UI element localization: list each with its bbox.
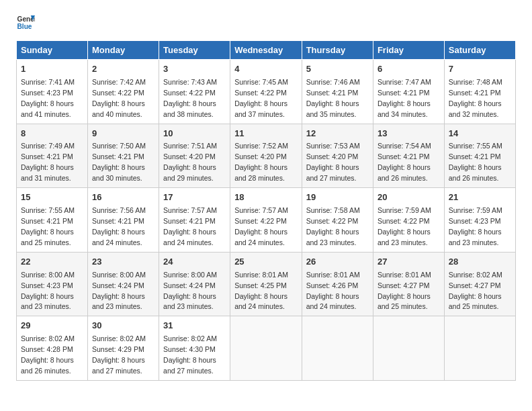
- calendar-cell: 1Sunrise: 7:41 AMSunset: 4:23 PMDaylight…: [17, 60, 88, 124]
- calendar-cell: 10Sunrise: 7:51 AMSunset: 4:20 PMDayligh…: [159, 124, 230, 188]
- day-info: Sunrise: 8:00 AMSunset: 4:24 PMDaylight:…: [92, 271, 146, 311]
- day-info: Sunrise: 8:01 AMSunset: 4:25 PMDaylight:…: [234, 271, 288, 311]
- day-number: 23: [92, 256, 154, 269]
- calendar-cell: [444, 316, 515, 381]
- day-number: 27: [378, 256, 440, 269]
- day-info: Sunrise: 7:58 AMSunset: 4:22 PMDaylight:…: [306, 206, 360, 246]
- calendar-cell: 31Sunrise: 8:02 AMSunset: 4:30 PMDayligh…: [159, 316, 230, 381]
- day-info: Sunrise: 8:01 AMSunset: 4:27 PMDaylight:…: [378, 271, 431, 311]
- calendar-cell: 27Sunrise: 8:01 AMSunset: 4:27 PMDayligh…: [373, 252, 444, 316]
- calendar-cell: 24Sunrise: 8:00 AMSunset: 4:24 PMDayligh…: [159, 252, 230, 316]
- day-number: 25: [234, 256, 298, 269]
- day-number: 2: [92, 63, 154, 76]
- day-number: 14: [449, 128, 511, 140]
- calendar-week-5: 29Sunrise: 8:02 AMSunset: 4:28 PMDayligh…: [17, 316, 516, 381]
- day-number: 8: [21, 128, 83, 140]
- day-number: 31: [163, 320, 226, 332]
- calendar-cell: 13Sunrise: 7:54 AMSunset: 4:21 PMDayligh…: [373, 124, 444, 188]
- day-number: 16: [92, 191, 154, 204]
- day-info: Sunrise: 7:59 AMSunset: 4:23 PMDaylight:…: [449, 206, 502, 246]
- day-info: Sunrise: 8:01 AMSunset: 4:26 PMDaylight:…: [306, 271, 360, 311]
- day-number: 4: [234, 63, 298, 76]
- day-number: 7: [449, 63, 511, 76]
- day-info: Sunrise: 7:45 AMSunset: 4:22 PMDaylight:…: [234, 78, 288, 118]
- day-info: Sunrise: 7:55 AMSunset: 4:21 PMDaylight:…: [21, 206, 75, 246]
- day-info: Sunrise: 7:41 AMSunset: 4:23 PMDaylight:…: [21, 78, 75, 118]
- calendar-cell: 4Sunrise: 7:45 AMSunset: 4:22 PMDaylight…: [230, 60, 302, 124]
- day-number: 30: [92, 320, 154, 332]
- calendar-cell: 3Sunrise: 7:43 AMSunset: 4:22 PMDaylight…: [159, 60, 230, 124]
- weekday-header-thursday: Thursday: [302, 41, 373, 60]
- calendar-cell: 29Sunrise: 8:02 AMSunset: 4:28 PMDayligh…: [17, 316, 88, 381]
- calendar-cell: 7Sunrise: 7:48 AMSunset: 4:21 PMDaylight…: [444, 60, 515, 124]
- day-info: Sunrise: 7:52 AMSunset: 4:20 PMDaylight:…: [234, 142, 288, 182]
- day-number: 24: [163, 256, 226, 269]
- day-info: Sunrise: 7:49 AMSunset: 4:21 PMDaylight:…: [21, 142, 75, 182]
- calendar-cell: 19Sunrise: 7:58 AMSunset: 4:22 PMDayligh…: [302, 188, 373, 253]
- day-number: 22: [21, 256, 83, 269]
- weekday-header-friday: Friday: [373, 41, 444, 60]
- day-number: 11: [234, 128, 298, 140]
- day-number: 19: [306, 191, 369, 204]
- calendar-cell: 15Sunrise: 7:55 AMSunset: 4:21 PMDayligh…: [17, 188, 88, 253]
- day-info: Sunrise: 8:00 AMSunset: 4:24 PMDaylight:…: [163, 271, 217, 311]
- day-number: 17: [163, 191, 226, 204]
- calendar-cell: 20Sunrise: 7:59 AMSunset: 4:22 PMDayligh…: [373, 188, 444, 253]
- calendar-table: SundayMondayTuesdayWednesdayThursdayFrid…: [16, 40, 516, 381]
- svg-text:Blue: Blue: [17, 23, 32, 30]
- day-number: 12: [306, 128, 369, 140]
- day-info: Sunrise: 7:47 AMSunset: 4:21 PMDaylight:…: [378, 78, 431, 118]
- calendar-cell: [302, 316, 373, 381]
- day-info: Sunrise: 8:00 AMSunset: 4:23 PMDaylight:…: [21, 271, 75, 311]
- calendar-cell: 11Sunrise: 7:52 AMSunset: 4:20 PMDayligh…: [230, 124, 302, 188]
- calendar-cell: 30Sunrise: 8:02 AMSunset: 4:29 PMDayligh…: [88, 316, 159, 381]
- day-info: Sunrise: 8:02 AMSunset: 4:28 PMDaylight:…: [21, 334, 75, 375]
- calendar-cell: 8Sunrise: 7:49 AMSunset: 4:21 PMDaylight…: [17, 124, 88, 188]
- day-number: 21: [449, 191, 511, 204]
- day-number: 5: [306, 63, 369, 76]
- weekday-header-sunday: Sunday: [17, 41, 88, 60]
- calendar-cell: 12Sunrise: 7:53 AMSunset: 4:20 PMDayligh…: [302, 124, 373, 188]
- weekday-header-tuesday: Tuesday: [159, 41, 230, 60]
- calendar-cell: 6Sunrise: 7:47 AMSunset: 4:21 PMDaylight…: [373, 60, 444, 124]
- calendar-cell: 5Sunrise: 7:46 AMSunset: 4:21 PMDaylight…: [302, 60, 373, 124]
- calendar-week-3: 15Sunrise: 7:55 AMSunset: 4:21 PMDayligh…: [17, 188, 516, 253]
- day-info: Sunrise: 7:46 AMSunset: 4:21 PMDaylight:…: [306, 78, 360, 118]
- day-info: Sunrise: 8:02 AMSunset: 4:29 PMDaylight:…: [92, 334, 146, 375]
- day-number: 26: [306, 256, 369, 269]
- day-info: Sunrise: 8:02 AMSunset: 4:30 PMDaylight:…: [163, 334, 217, 375]
- day-number: 9: [92, 128, 154, 140]
- day-info: Sunrise: 7:59 AMSunset: 4:22 PMDaylight:…: [378, 206, 431, 246]
- day-info: Sunrise: 7:48 AMSunset: 4:21 PMDaylight:…: [449, 78, 502, 118]
- calendar-cell: 16Sunrise: 7:56 AMSunset: 4:21 PMDayligh…: [88, 188, 159, 253]
- calendar-cell: 26Sunrise: 8:01 AMSunset: 4:26 PMDayligh…: [302, 252, 373, 316]
- weekday-header-wednesday: Wednesday: [230, 41, 302, 60]
- logo: General Blue: [16, 13, 38, 32]
- day-info: Sunrise: 7:51 AMSunset: 4:20 PMDaylight:…: [163, 142, 217, 182]
- day-number: 10: [163, 128, 226, 140]
- day-info: Sunrise: 7:55 AMSunset: 4:21 PMDaylight:…: [449, 142, 502, 182]
- calendar-cell: [373, 316, 444, 381]
- day-number: 6: [378, 63, 440, 76]
- calendar-cell: [230, 316, 302, 381]
- day-number: 13: [378, 128, 440, 140]
- calendar-cell: 25Sunrise: 8:01 AMSunset: 4:25 PMDayligh…: [230, 252, 302, 316]
- day-info: Sunrise: 8:02 AMSunset: 4:27 PMDaylight:…: [449, 271, 502, 311]
- day-number: 28: [449, 256, 511, 269]
- calendar-week-2: 8Sunrise: 7:49 AMSunset: 4:21 PMDaylight…: [17, 124, 516, 188]
- page-header: General Blue: [16, 13, 516, 32]
- calendar-cell: 21Sunrise: 7:59 AMSunset: 4:23 PMDayligh…: [444, 188, 515, 253]
- weekday-header-monday: Monday: [88, 41, 159, 60]
- calendar-week-1: 1Sunrise: 7:41 AMSunset: 4:23 PMDaylight…: [17, 60, 516, 124]
- weekday-header-saturday: Saturday: [444, 41, 515, 60]
- day-number: 3: [163, 63, 226, 76]
- day-number: 29: [21, 320, 83, 332]
- day-info: Sunrise: 7:57 AMSunset: 4:22 PMDaylight:…: [234, 206, 288, 246]
- calendar-cell: 18Sunrise: 7:57 AMSunset: 4:22 PMDayligh…: [230, 188, 302, 253]
- day-info: Sunrise: 7:50 AMSunset: 4:21 PMDaylight:…: [92, 142, 146, 182]
- day-info: Sunrise: 7:57 AMSunset: 4:21 PMDaylight:…: [163, 206, 217, 246]
- day-number: 15: [21, 191, 83, 204]
- day-info: Sunrise: 7:42 AMSunset: 4:22 PMDaylight:…: [92, 78, 146, 118]
- calendar-cell: 2Sunrise: 7:42 AMSunset: 4:22 PMDaylight…: [88, 60, 159, 124]
- day-number: 20: [378, 191, 440, 204]
